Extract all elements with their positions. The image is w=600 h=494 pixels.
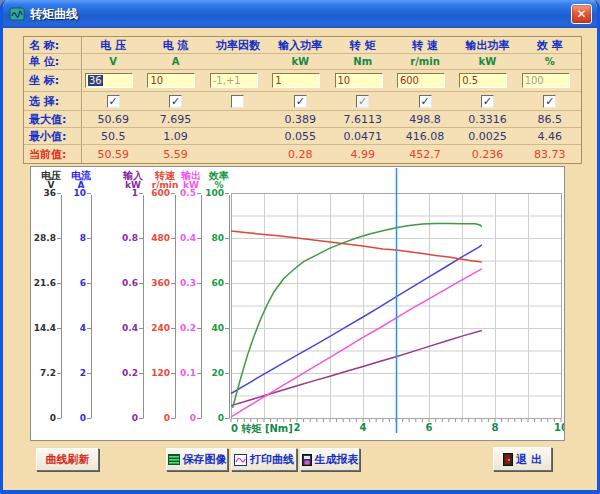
axis-tick: 60 (182, 278, 224, 288)
row-label: 坐 标: (24, 70, 82, 91)
column-header: 电 流 (144, 38, 206, 53)
coord-cell: 36 (82, 73, 144, 88)
min-value-cell: 416.08 (394, 130, 456, 143)
max-value-cell: 7.6113 (332, 113, 394, 126)
exit-button[interactable]: 退 出 (493, 447, 552, 471)
coord-cell: -1,+1 (207, 73, 269, 88)
coord-cell: 100 (519, 73, 581, 88)
select-checkbox[interactable]: ✓ (107, 95, 120, 108)
coord-cell: 600 (394, 73, 456, 88)
select-checkbox[interactable]: ✓ (169, 95, 182, 108)
coord-cell: 1 (269, 73, 331, 88)
coord-input[interactable]: 1 (272, 73, 320, 88)
min-value-cell: 4.46 (519, 130, 581, 143)
column-header: 输入功率 (269, 38, 331, 53)
axis-tick: 10 (44, 188, 86, 198)
x-tick-label: 4 (353, 422, 373, 433)
column-header: 输出功率 (456, 38, 518, 53)
current-value-cell: 5.59 (144, 148, 206, 161)
coord-input[interactable]: 10 (147, 73, 195, 88)
refresh-curve-label: 曲线刷新 (46, 452, 90, 467)
max-value-cell: 86.5 (519, 113, 581, 126)
max-value-cell: 7.695 (144, 113, 206, 126)
curve-效率 (233, 223, 482, 408)
column-header: 效 率 (519, 38, 581, 53)
axis-tick: 80 (182, 233, 224, 243)
x-tick-label: 6 (419, 422, 439, 433)
exit-label: 退 出 (516, 452, 542, 467)
exit-icon (503, 453, 513, 466)
app-window: 转矩曲线 ✕ 名 称:电 压电 流功率因数输入功率转 矩转 速输出功率效 率单 … (0, 0, 600, 494)
max-value-cell: 50.69 (82, 113, 144, 126)
x-tick-label: 2 (287, 422, 307, 433)
unit-cell: kW (456, 56, 518, 67)
table-row: 坐 标:3610-1,+11106000.5100 (24, 70, 581, 92)
max-value-cell: 0.389 (269, 113, 331, 126)
coord-input[interactable]: 100 (522, 73, 570, 88)
coord-cell: 10 (144, 73, 206, 88)
select-checkbox[interactable] (231, 95, 244, 108)
axis-tick: 0 (182, 413, 224, 423)
column-header: 转 速 (394, 38, 456, 53)
coord-input[interactable]: 36 (85, 73, 133, 88)
coord-input[interactable]: 10 (335, 73, 383, 88)
min-value-cell: 0.0025 (456, 130, 518, 143)
select-checkbox[interactable]: ✓ (294, 95, 307, 108)
select-checkbox[interactable]: ✓ (356, 95, 369, 108)
unit-cell: r/min (394, 56, 456, 67)
x-axis-label: 0 转矩 [Nm] (231, 422, 293, 436)
unit-cell: Nm (332, 56, 394, 67)
select-checkbox[interactable]: ✓ (481, 95, 494, 108)
select-checkbox[interactable]: ✓ (419, 95, 432, 108)
axis-tick: 4 (44, 323, 86, 333)
column-header: 转 矩 (332, 38, 394, 53)
save-image-icon (168, 454, 180, 465)
close-button[interactable]: ✕ (571, 4, 592, 24)
table-row: 选 择:✓✓✓✓✓✓✓ (24, 92, 581, 111)
chart-panel: 电压V3628.821.614.47.20电流A1086420输入kW10.80… (30, 166, 565, 441)
print-curve-label: 打印曲线 (250, 452, 294, 467)
print-curve-button[interactable]: 打印曲线 (231, 448, 297, 471)
app-icon (9, 6, 25, 22)
title-bar[interactable]: 转矩曲线 ✕ (3, 0, 597, 28)
table-row: 单 位:VAkWNmr/minkW% (24, 54, 581, 70)
current-value-cell: 0.28 (269, 148, 331, 161)
current-value-cell: 0.236 (456, 148, 518, 161)
chart-canvas (31, 167, 564, 440)
axis-tick: 6 (44, 278, 86, 288)
table-row: 当前值:50.595.590.284.99452.70.23683.73 (24, 145, 581, 163)
select-checkbox[interactable]: ✓ (543, 95, 556, 108)
row-label: 最小值: (24, 128, 82, 144)
x-tick-label: 8 (485, 422, 505, 433)
save-image-button[interactable]: 保存图像 (166, 448, 228, 471)
select-cell (207, 95, 269, 108)
current-value-cell: 452.7 (394, 148, 456, 161)
select-cell: ✓ (82, 95, 144, 108)
coord-input[interactable]: -1,+1 (210, 73, 258, 88)
curve-输出功率 (231, 269, 482, 417)
column-header: 功率因数 (207, 38, 269, 53)
window-title: 转矩曲线 (30, 6, 78, 23)
unit-cell: A (144, 56, 206, 67)
select-cell: ✓ (269, 95, 331, 108)
min-value-cell: 0.0471 (332, 130, 394, 143)
x-tick-label: 10 (551, 422, 565, 433)
table-row: 名 称:电 压电 流功率因数输入功率转 矩转 速输出功率效 率 (24, 37, 581, 54)
select-cell: ✓ (519, 95, 581, 108)
generate-report-button[interactable]: 生成报表 (300, 448, 360, 471)
coord-input[interactable]: 0.5 (459, 73, 507, 88)
refresh-curve-button[interactable]: 曲线刷新 (36, 448, 99, 471)
print-curve-icon (234, 454, 247, 466)
select-cell: ✓ (456, 95, 518, 108)
row-label: 选 择: (24, 92, 82, 110)
table-row: 最大值:50.697.6950.3897.6113498.80.331686.5 (24, 111, 581, 128)
parameter-table: 名 称:电 压电 流功率因数输入功率转 矩转 速输出功率效 率单 位:VAkWN… (23, 36, 582, 164)
save-image-label: 保存图像 (183, 452, 227, 467)
select-cell: ✓ (144, 95, 206, 108)
generate-report-icon (302, 454, 312, 466)
table-row: 最小值:50.51.090.0550.0471416.080.00254.46 (24, 128, 581, 145)
curve-转速 (231, 231, 482, 262)
coord-input[interactable]: 600 (397, 73, 445, 88)
min-value-cell: 50.5 (82, 130, 144, 143)
row-label: 当前值: (24, 145, 82, 163)
